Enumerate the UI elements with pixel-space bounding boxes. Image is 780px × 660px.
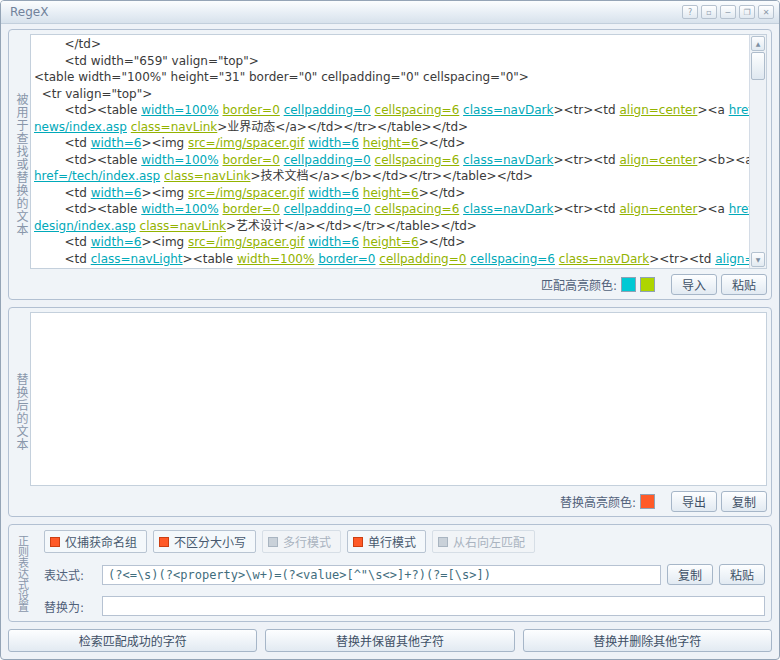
regex-panel-label: 正则表达式设置 (13, 529, 30, 617)
window-title: RegeX (10, 5, 679, 19)
export-button[interactable]: 导出 (671, 491, 717, 512)
maximize-button[interactable]: ❐ (739, 5, 755, 19)
replace-color-swatch[interactable] (640, 494, 655, 509)
source-paste-button[interactable]: 粘贴 (721, 274, 767, 295)
code-line: <td class=navLight><table width=100% bor… (34, 251, 746, 268)
code-line: <td><table width=100% border=0 cellpaddi… (34, 152, 746, 169)
code-line: <td width=6><img src=/img/spacer.gif wid… (34, 135, 746, 152)
result-controls-row: 替换高亮颜色: 导出 复制 (30, 491, 767, 512)
code-line: <td width="659" valign="top"> (34, 53, 746, 70)
regex-option[interactable]: 仅捕获命名组 (44, 530, 147, 553)
replace-delete-others-button[interactable]: 替换并删除其他字符 (523, 629, 772, 652)
match-highlight-color-label: 匹配高亮颜色: (541, 276, 617, 293)
minimize-button[interactable]: ─ (720, 5, 736, 19)
scrollbar-track[interactable] (750, 80, 766, 251)
regex-settings-panel: 正则表达式设置 仅捕获命名组不区分大小写多行模式单行模式从右向左匹配 表达式: … (8, 524, 772, 622)
expression-input[interactable]: (?<=\s)(?<property>\w+)=(?<value>[^"\s<>… (102, 565, 661, 585)
regex-app-window: RegeX ? ▫ ─ ❐ ✕ 被用于查找或替换的文本 </td> <td wi… (0, 0, 780, 660)
close-button[interactable]: ✕ (758, 5, 774, 19)
regex-option-label: 多行模式 (283, 533, 331, 550)
replace-label: 替换为: (44, 598, 96, 615)
code-line: <td><table width=100% border=0 cellpaddi… (34, 201, 746, 218)
scroll-up-icon[interactable]: ▲ (751, 36, 765, 51)
result-code[interactable] (31, 313, 766, 485)
source-text-panel: 被用于查找或替换的文本 </td> <td width="659" valign… (8, 29, 772, 300)
regex-option[interactable]: 从右向左匹配 (432, 530, 535, 553)
checkbox-checked-icon (159, 537, 169, 547)
code-line: <td width=6><img src=/img/spacer.gif wid… (34, 234, 746, 251)
regex-option-label: 仅捕获命名组 (65, 533, 137, 550)
help-button[interactable]: ? (682, 5, 698, 19)
regex-option[interactable]: 多行模式 (262, 530, 341, 553)
expression-label: 表达式: (44, 566, 96, 583)
checkbox-unchecked-icon (438, 537, 448, 547)
checkbox-checked-icon (353, 537, 363, 547)
source-code[interactable]: </td> <td width="659" valign="top"><tabl… (31, 35, 749, 268)
code-line: <td><table width=100% border=0 cellpaddi… (34, 102, 746, 119)
checkbox-unchecked-icon (268, 537, 278, 547)
code-line: news/index.asp class=navLink>业界动态</a></t… (34, 119, 746, 136)
replace-highlight-color-label: 替换高亮颜色: (560, 493, 636, 510)
result-panel-label: 替换后的文本 (13, 312, 30, 512)
checkbox-checked-icon (50, 537, 60, 547)
regex-option-label: 从右向左匹配 (453, 533, 525, 550)
code-line: <table width="100%" height="31" border="… (34, 69, 746, 86)
result-text-panel: 替换后的文本 替换高亮颜色: 导出 复制 (8, 307, 772, 517)
title-bar[interactable]: RegeX ? ▫ ─ ❐ ✕ (1, 1, 779, 24)
action-buttons-row: 检索匹配成功的字符 替换并保留其他字符 替换并删除其他字符 (8, 629, 772, 652)
scrollbar-thumb[interactable] (751, 52, 765, 80)
code-line: <td width=6><img src=/img/spacer.gif wid… (34, 185, 746, 202)
source-controls-row: 匹配高亮颜色: 导入 粘贴 (30, 274, 767, 295)
result-text-area[interactable] (30, 312, 767, 486)
regex-option-label: 不区分大小写 (174, 533, 246, 550)
replace-keep-others-button[interactable]: 替换并保留其他字符 (265, 629, 514, 652)
code-line: </td> (34, 36, 746, 53)
code-line: href=/tech/index.asp class=navLink>技术文档<… (34, 168, 746, 185)
expression-row: 表达式: (?<=\s)(?<property>\w+)=(?<value>[^… (44, 564, 765, 585)
regex-option-label: 单行模式 (368, 533, 416, 550)
vertical-scrollbar[interactable]: ▲ ▼ (749, 35, 766, 268)
match-color-2-swatch[interactable] (640, 277, 655, 292)
regex-options-row: 仅捕获命名组不区分大小写多行模式单行模式从右向左匹配 (44, 530, 765, 553)
source-text-area[interactable]: </td> <td width="659" valign="top"><tabl… (30, 34, 767, 269)
replace-row: 替换为: (44, 596, 765, 616)
search-matches-button[interactable]: 检索匹配成功的字符 (8, 629, 257, 652)
regex-option[interactable]: 单行模式 (347, 530, 426, 553)
expression-copy-button[interactable]: 复制 (667, 564, 713, 585)
pin-button[interactable]: ▫ (701, 5, 717, 19)
regex-option[interactable]: 不区分大小写 (153, 530, 256, 553)
source-panel-label: 被用于查找或替换的文本 (13, 34, 30, 295)
main-area: 被用于查找或替换的文本 </td> <td width="659" valign… (1, 24, 779, 659)
scroll-down-icon[interactable]: ▼ (751, 252, 765, 267)
match-color-1-swatch[interactable] (621, 277, 636, 292)
code-line: <tr valign="top"> (34, 86, 746, 103)
result-copy-button[interactable]: 复制 (721, 491, 767, 512)
expression-paste-button[interactable]: 粘贴 (719, 564, 765, 585)
replace-input[interactable] (102, 596, 765, 616)
import-button[interactable]: 导入 (671, 274, 717, 295)
code-line: design/index.asp class=navLink>艺术设计</a><… (34, 218, 746, 235)
